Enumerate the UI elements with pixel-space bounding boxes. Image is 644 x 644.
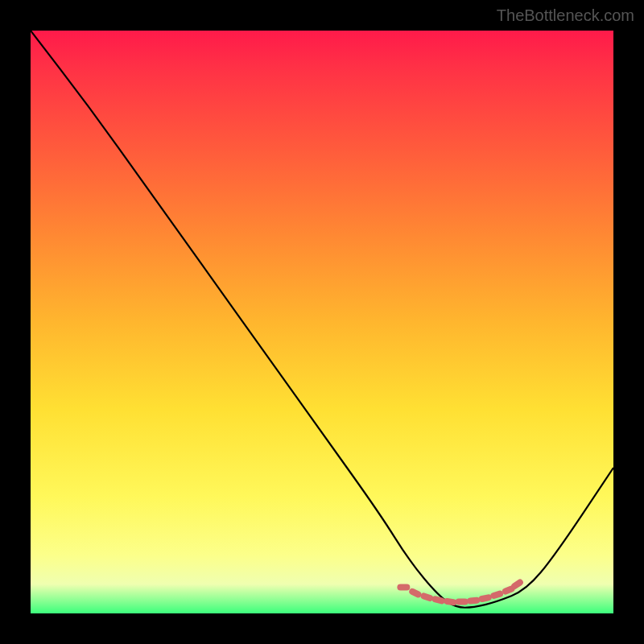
optimal-marker [478, 594, 492, 603]
optimal-marker [489, 590, 504, 600]
bottleneck-curve-line [31, 31, 613, 608]
optimal-marker [397, 584, 410, 590]
optimal-marker [431, 596, 445, 605]
optimal-marker [408, 588, 423, 599]
optimal-marker [456, 599, 469, 605]
optimal-marker [444, 597, 457, 605]
optimal-range-markers [397, 578, 524, 606]
optimal-marker [419, 592, 434, 602]
watermark-text: TheBottleneck.com [497, 6, 634, 25]
chart-area [31, 31, 613, 613]
chart-svg [31, 31, 613, 613]
optimal-marker [467, 597, 481, 605]
